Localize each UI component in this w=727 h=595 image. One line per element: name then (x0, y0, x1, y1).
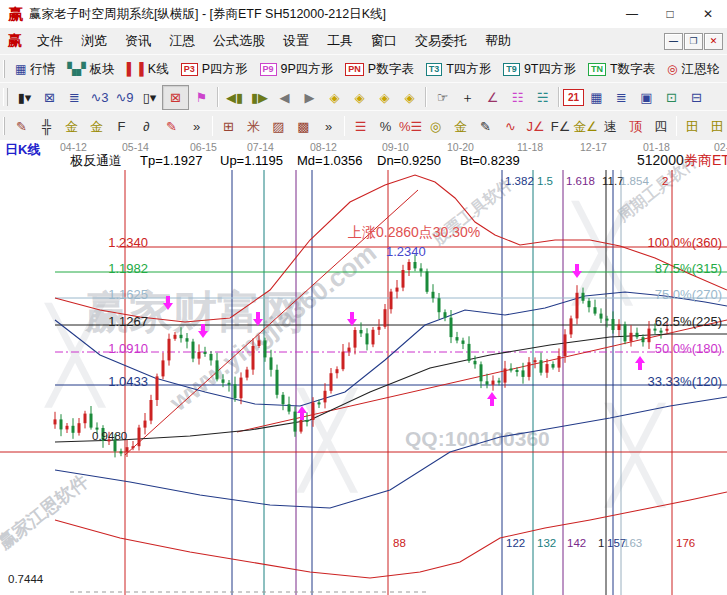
tool-button-go-next[interactable]: ▶ (297, 86, 322, 109)
tool-button-pattern-tool[interactable]: ☷ (505, 86, 530, 109)
menu-item-window[interactable]: 窗口 (362, 30, 406, 52)
tool-button-speed-line[interactable]: 速 (598, 115, 623, 138)
percent-level-label: 50.0%(180) (655, 342, 722, 355)
tool-button-wave-9[interactable]: ∿9 (112, 86, 137, 109)
toolbar-button-label: P数字表 (368, 61, 414, 78)
menu-items: 文件浏览资讯江恩公式选股设置工具窗口交易委托帮助 (28, 30, 520, 52)
tool-button-hatch-box-2[interactable]: ▩ (291, 115, 316, 138)
kline-chart-area[interactable]: 日K线 极反通道 512000 券商ETF 赢家财富网www.yingjia36… (0, 140, 727, 595)
tool-button-percent[interactable]: % (373, 115, 398, 138)
minimize-button[interactable]: — (613, 0, 651, 28)
toolbar-button-p-number-table[interactable]: PNP数字表 (339, 59, 419, 80)
percent-level-label: 75.0%(270) (655, 288, 722, 301)
tool-button-gann-grid[interactable]: ╬ (34, 115, 59, 138)
tool-button-go-prev[interactable]: ◀ (272, 86, 297, 109)
tool-button-go-first[interactable]: ◀▮ (222, 86, 247, 109)
mdi-close-button[interactable]: ✕ (704, 33, 723, 50)
toolbar-button-kline[interactable]: ▌▐K线 (121, 59, 175, 80)
tool-button-diamond-cross[interactable]: ◈ (372, 86, 397, 109)
date-label: 07-14 (247, 142, 274, 153)
signal-arrow-down (198, 324, 208, 338)
tool-button-percent-lines[interactable]: ☰ (348, 115, 373, 138)
toolbar-button-t-number-table[interactable]: TNT数字表 (582, 59, 661, 80)
chart-canvas[interactable] (0, 140, 727, 595)
tool-button-pen-2[interactable]: ✎ (473, 115, 498, 138)
tool-button-diamond-expand[interactable]: ◈ (397, 86, 422, 109)
tool-button-diamond-left[interactable]: ◈ (322, 86, 347, 109)
toolbar-separator (212, 116, 213, 136)
tool-button-color-flag[interactable]: ⚑ (189, 86, 214, 109)
tool-button-calculator[interactable]: ▦ (584, 86, 609, 109)
tool-button-link-data[interactable]: ⊡ (659, 86, 684, 109)
tool-button-pen[interactable]: ✎ (9, 115, 34, 138)
indicator-value: Up=1.1195 (220, 154, 283, 167)
tool-button-wave-3[interactable]: ∿3 (87, 86, 112, 109)
tool-button-grid-gold-b[interactable]: 田 (705, 115, 727, 138)
cycle-count-label: 88 (393, 538, 406, 550)
tool-button-hand-tool[interactable]: ☞ (430, 86, 455, 109)
toolbar-button-p-square[interactable]: P3P四方形 (175, 59, 254, 80)
tool-button-gold-wave[interactable]: ∿ (498, 115, 523, 138)
tool-button-box-tool[interactable]: ⊞ (216, 115, 241, 138)
tool-button-top-line[interactable]: 顶 (623, 115, 648, 138)
menu-item-gann[interactable]: 江恩 (160, 30, 204, 52)
menu-item-settings[interactable]: 设置 (274, 30, 318, 52)
tool-button-period-dropdown[interactable]: ▮▾ (12, 86, 37, 109)
indicator-value: Dn=0.9250 (377, 154, 441, 167)
menu-item-browse[interactable]: 浏览 (72, 30, 116, 52)
tool-button-calendar[interactable]: 21 (563, 89, 584, 106)
tool-button-grid-gold-a[interactable]: 田 (680, 115, 705, 138)
tool-button-map-tool[interactable]: ☵ (530, 86, 555, 109)
toolbar-button-sectors[interactable]: ▚▞板块 (61, 59, 120, 80)
tool-button-export[interactable]: ⊟ (684, 86, 709, 109)
toolbar-button-t-square[interactable]: T3T四方形 (420, 59, 498, 80)
mdi-minimize-button[interactable]: — (664, 33, 683, 50)
p-square-icon: P3 (181, 63, 198, 76)
tool-button-pen-red[interactable]: ✎ (159, 115, 184, 138)
toolbar-separator (676, 116, 677, 136)
tool-button-four-line[interactable]: 四 (648, 115, 673, 138)
tool-button-gold-grid-2[interactable]: 金 (84, 115, 109, 138)
app-window: { "window": { "logo": "赢", "title": "赢家老… (0, 0, 727, 595)
tool-button-candle-style[interactable]: ▯▾ (137, 86, 162, 109)
tool-button-angle-tool[interactable]: ∠ (480, 86, 505, 109)
toolbar-button-9p-square[interactable]: P99P四方形 (254, 59, 340, 80)
toolbar-button-label: T四方形 (446, 61, 491, 78)
menu-item-file[interactable]: 文件 (28, 30, 72, 52)
price-level-label: 1.0910 (108, 342, 148, 355)
tool-button-detail-list[interactable]: ≣ (62, 86, 87, 109)
toolbar-button-gann-wheel[interactable]: ◎江恩轮 (661, 59, 725, 80)
toolbar-button-quotes[interactable]: ▦行情 (9, 59, 61, 80)
tool-button-gold-angle[interactable]: 金∠ (573, 115, 598, 138)
menu-item-help[interactable]: 帮助 (476, 30, 520, 52)
menu-item-news[interactable]: 资讯 (116, 30, 160, 52)
tool-button-save[interactable]: ▣ (634, 86, 659, 109)
menu-item-trade-order[interactable]: 交易委托 (406, 30, 476, 52)
menu-item-formula-stock-pick[interactable]: 公式选股 (204, 30, 274, 52)
maximize-button[interactable]: □ (651, 0, 689, 28)
tool-button-gold-lines[interactable]: 金 (448, 115, 473, 138)
toolbar-button-label: 9P四方形 (281, 61, 334, 78)
toolbar-button-9t-square[interactable]: T99T四方形 (497, 59, 582, 80)
tool-button-spiral[interactable]: ∂ (134, 115, 159, 138)
tool-button-ray-fan[interactable]: 米 (241, 115, 266, 138)
tool-button-crosshair-tool[interactable]: ＋ (455, 86, 480, 109)
close-button[interactable]: ✕ (689, 0, 727, 28)
navigation-toolbar: ▮▾⊠≣∿3∿9▯▾⊠⚑◀▮▮▶◀▶◈◈◈◈☞＋∠☷☵21▦≣▣⊡⊟ (0, 82, 727, 112)
tool-button-net-chart[interactable]: ⊠ (37, 86, 62, 109)
tool-button-gold-circle[interactable]: ◎ (423, 115, 448, 138)
mdi-restore-button[interactable]: ❐ (684, 33, 703, 50)
tool-button-more-draw-1[interactable]: » (184, 115, 209, 138)
tool-button-net-active[interactable]: ⊠ (162, 85, 189, 110)
tool-button-diamond-right[interactable]: ◈ (347, 86, 372, 109)
tool-button-hatch-box-1[interactable]: ▨ (266, 115, 291, 138)
tool-button-f-angle[interactable]: F∠ (548, 115, 573, 138)
tool-button-gold-grid-1[interactable]: 金 (59, 115, 84, 138)
menu-item-tools[interactable]: 工具 (318, 30, 362, 52)
tool-button-notes[interactable]: ≣ (609, 86, 634, 109)
tool-button-j-angle[interactable]: J∠ (523, 115, 548, 138)
tool-button-more-draw-2[interactable]: » (316, 115, 341, 138)
tool-button-go-last[interactable]: ▮▶ (247, 86, 272, 109)
tool-button-fibo-grid[interactable]: F (109, 115, 134, 138)
tool-button-percent-set[interactable]: %☰ (398, 115, 423, 138)
